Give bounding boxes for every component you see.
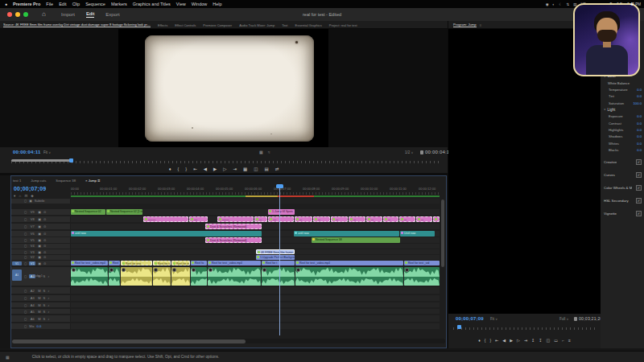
drag-video-icon[interactable]: ▦: [259, 150, 263, 154]
clip-v8[interactable]: ـــ: [366, 216, 382, 222]
checkbox[interactable]: ✓: [636, 185, 642, 191]
clip-v1[interactable]: Reel for test: [153, 261, 171, 265]
clip-v8[interactable]: ــــــــ: [217, 216, 254, 222]
clip-v9[interactable]: Nested Sequence 02: [71, 209, 105, 215]
menu-item-clip[interactable]: Clip: [72, 2, 80, 6]
lumetri-section-creative[interactable]: Creative✓: [604, 159, 642, 165]
drag-audio-icon[interactable]: ≈: [268, 150, 270, 154]
sequence-tab-jump-cuts[interactable]: Jump cuts: [31, 179, 46, 183]
clip-v9[interactable]: Nested Sequence 02 [1 time]: [106, 209, 142, 215]
goto-in-button[interactable]: ⇤: [193, 167, 197, 171]
program-zoom-select[interactable]: Fit ∨: [490, 317, 497, 321]
clip-v8[interactable]: ـــ: [295, 216, 312, 222]
menu-item-sequence[interactable]: Sequence: [85, 2, 105, 6]
playhead-handle[interactable]: [276, 184, 283, 188]
timeline-ruler[interactable]: [71, 192, 440, 195]
clip-v3[interactable]: 4K FREE 8mm film frame overlay 4K: [256, 249, 295, 254]
clip-v1[interactable]: Reel for t: [262, 261, 295, 265]
program-quality-select[interactable]: Full ∨: [559, 317, 568, 321]
menu-item-help[interactable]: Help: [213, 2, 221, 6]
audio-clip[interactable]: [153, 267, 171, 286]
clip-v6[interactable]: until now: [71, 231, 262, 237]
clip-v8[interactable]: ـــ: [254, 216, 267, 222]
lumetri-param-value[interactable]: 0.0: [637, 148, 642, 152]
audio-clip[interactable]: [191, 267, 207, 286]
mark-out-button[interactable]: }: [489, 338, 491, 343]
clip-v8[interactable]: ــــ: [189, 216, 208, 222]
clip-v1[interactable]: Reel fo: [191, 261, 207, 265]
lumetri-param-value[interactable]: 0.0: [637, 88, 642, 92]
step-forward-button[interactable]: ▷: [223, 167, 226, 171]
goto-out-button[interactable]: ⇥: [233, 167, 237, 171]
tab-source-monitor[interactable]: Source: 4K FREE 8mm film frame overlay D…: [3, 23, 151, 27]
lift-button[interactable]: ↥: [531, 338, 535, 343]
clip-v8[interactable]: ـــ: [399, 216, 415, 222]
checkbox[interactable]: ✓: [636, 198, 642, 204]
overwrite-button[interactable]: ◫: [254, 167, 258, 171]
step-forward-button[interactable]: ▷: [517, 338, 520, 343]
timeline-horizontal-scrollbar[interactable]: [12, 339, 246, 343]
audio-clip[interactable]: [109, 267, 120, 286]
clip-v9[interactable]: 1-Jump fill Spots: [268, 209, 295, 215]
audio-clip[interactable]: [404, 267, 440, 286]
extract-button[interactable]: ↧: [539, 338, 542, 343]
clip-v1[interactable]: Reel for test _video.mp4: [71, 261, 108, 265]
menu-item-view[interactable]: View: [176, 2, 186, 6]
workspace-tab-export[interactable]: Export: [105, 12, 119, 17]
play-button[interactable]: ▶: [213, 167, 217, 171]
camera-icon[interactable]: ◉: [546, 2, 549, 6]
source-quality-select[interactable]: 1/2 ∨: [405, 150, 413, 154]
insert-button[interactable]: ▦: [243, 167, 247, 171]
bluetooth-icon[interactable]: ⇅: [566, 2, 569, 6]
play-button[interactable]: ▶: [510, 338, 513, 343]
workspace-grid-icon[interactable]: ▦: [6, 355, 10, 360]
wrench-icon[interactable]: [420, 150, 423, 154]
tab-essential-graphics[interactable]: Essential Graphics: [295, 23, 321, 27]
goto-out-button[interactable]: ⇥: [524, 338, 527, 343]
program-scrubber[interactable]: [448, 324, 601, 331]
menu-item-edit[interactable]: Edit: [59, 2, 66, 6]
workspace-tab-edit[interactable]: Edit: [86, 11, 94, 18]
sequence-tab-jump[interactable]: × Jump ≣: [85, 179, 101, 183]
menu-item-graphics-and-titles[interactable]: Graphics and Titles: [133, 2, 171, 6]
lumetri-param-value[interactable]: 0.0: [637, 114, 642, 118]
tab-audio-track-mixer-jump[interactable]: Audio Track Mixer: Jump: [239, 23, 275, 27]
tab-effects[interactable]: Effects: [158, 23, 167, 27]
lumetri-section-curves[interactable]: Curves✓: [604, 172, 642, 178]
audio-clip[interactable]: [71, 267, 108, 286]
button-editor[interactable]: ≡: [568, 338, 571, 343]
sequence-tab-test-1[interactable]: test 1: [13, 179, 21, 183]
clip-v2[interactable]: 1-Upgrade Perfect Background: [256, 255, 295, 260]
clip-v6[interactable]: Until now: [400, 231, 435, 237]
snap-icon[interactable]: ∩: [19, 194, 21, 198]
panel-menu-icon[interactable]: ≡: [480, 23, 481, 27]
clip-v8[interactable]: ـــ: [349, 216, 365, 222]
tab-text[interactable]: Text: [282, 23, 287, 27]
program-playhead[interactable]: [457, 325, 461, 329]
menu-item-premiere-pro[interactable]: Premiere Pro: [13, 2, 40, 6]
clip-v5[interactable]: Dust & Scratches (Removed): [205, 237, 262, 243]
clip-v8[interactable]: ـــ: [416, 216, 432, 222]
audio-clip[interactable]: [262, 267, 295, 286]
source-playhead[interactable]: [69, 158, 73, 162]
clip-v8[interactable]: [433, 216, 440, 222]
workspace-tab-import[interactable]: Import: [61, 12, 75, 17]
checkbox[interactable]: ✓: [636, 159, 642, 165]
tab-program-monitor[interactable]: Program: Jump: [453, 23, 477, 28]
multicam-button[interactable]: ⌐: [562, 338, 564, 343]
lumetri-section-hsl-secondary[interactable]: HSL Secondary✓: [604, 198, 642, 204]
menu-item-markers[interactable]: Markers: [111, 2, 127, 6]
sequence-tab-sequence-38[interactable]: Sequence 38: [56, 179, 76, 183]
lumetri-param-value[interactable]: 100.0: [634, 101, 642, 105]
wrench-icon[interactable]: [574, 317, 577, 321]
lumetri-section-color-wheels-m[interactable]: Color Wheels & M✓: [604, 185, 642, 191]
comparison-view-button[interactable]: ▭: [554, 338, 558, 343]
audio-clip[interactable]: [121, 267, 152, 286]
clip-v1[interactable]: Reel for test _video.mp4: [295, 261, 403, 265]
goto-in-button[interactable]: ⇤: [495, 338, 498, 343]
lumetri-param-value[interactable]: 0.0: [637, 142, 642, 146]
clip-v7[interactable]: Dust & Scratches (Removed): [205, 224, 262, 229]
clip-v8[interactable]: ـــ: [313, 216, 330, 222]
lumetri-param-value[interactable]: 0.0: [637, 134, 642, 138]
program-timecode[interactable]: 00;00;07;09: [456, 316, 484, 321]
